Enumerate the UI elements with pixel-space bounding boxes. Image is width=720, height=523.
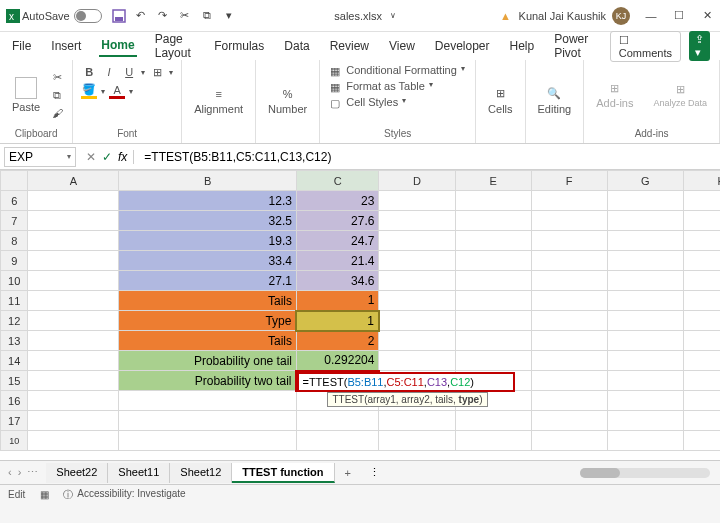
tab-insert[interactable]: Insert [49, 36, 83, 56]
cell[interactable] [683, 291, 720, 311]
maximize-icon[interactable]: ☐ [672, 9, 686, 23]
fill-color-button[interactable]: 🪣 [81, 83, 97, 99]
editing-cell[interactable]: =TTEST(B5:B11,C5:C11,C13,C12) [297, 372, 515, 392]
col-header-H[interactable]: H [683, 171, 720, 191]
cell[interactable] [455, 311, 531, 331]
cell[interactable] [683, 351, 720, 371]
sheet-tab[interactable]: Sheet12 [170, 463, 232, 483]
cell[interactable] [379, 331, 455, 351]
chevron-down-icon[interactable]: ▾ [169, 68, 173, 77]
cell[interactable]: =TTEST(B5:B11,C5:C11,C13,C12)TTEST(array… [296, 371, 378, 391]
cell[interactable] [607, 291, 683, 311]
col-header-D[interactable]: D [379, 171, 455, 191]
cell[interactable] [683, 191, 720, 211]
cell[interactable] [28, 231, 119, 251]
sheet-tab[interactable]: Sheet11 [108, 463, 170, 483]
cell[interactable] [455, 351, 531, 371]
cell[interactable] [531, 211, 607, 231]
cell[interactable] [455, 191, 531, 211]
cell[interactable]: 34.6 [296, 271, 378, 291]
cell[interactable] [607, 191, 683, 211]
cell[interactable]: Tails [119, 291, 297, 311]
cancel-icon[interactable]: ✕ [86, 150, 96, 164]
cell[interactable] [607, 331, 683, 351]
hscrollbar[interactable] [580, 468, 710, 478]
cell[interactable] [531, 191, 607, 211]
cell[interactable] [455, 251, 531, 271]
row-header[interactable]: 15 [1, 371, 28, 391]
cell[interactable] [607, 311, 683, 331]
comments-button[interactable]: ☐ Comments [610, 31, 681, 62]
tab-page-layout[interactable]: Page Layout [153, 29, 197, 63]
cell[interactable] [28, 211, 119, 231]
select-all[interactable] [1, 171, 28, 191]
cell[interactable] [607, 251, 683, 271]
cell[interactable] [531, 231, 607, 251]
cell[interactable]: 0.292204 [296, 351, 378, 371]
analyze-button[interactable]: ⊞Analyze Data [649, 80, 711, 110]
col-header-A[interactable]: A [28, 171, 119, 191]
cell[interactable]: 21.4 [296, 251, 378, 271]
tab-review[interactable]: Review [328, 36, 371, 56]
close-icon[interactable]: ✕ [700, 9, 714, 23]
cell[interactable] [531, 291, 607, 311]
add-sheet-button[interactable]: + [335, 467, 361, 479]
row-header[interactable]: 17 [1, 411, 28, 431]
cell[interactable] [531, 311, 607, 331]
paste-button[interactable]: Paste [8, 75, 44, 115]
copy-icon[interactable]: ⧉ [200, 9, 214, 23]
cell[interactable] [296, 411, 378, 431]
cell[interactable] [531, 251, 607, 271]
tab-view[interactable]: View [387, 36, 417, 56]
cell[interactable] [119, 391, 297, 411]
cell[interactable] [28, 291, 119, 311]
cell[interactable] [379, 411, 455, 431]
cell[interactable] [379, 271, 455, 291]
tab-help[interactable]: Help [508, 36, 537, 56]
number-button[interactable]: % Number [264, 85, 311, 117]
cell[interactable] [607, 411, 683, 431]
cell[interactable] [683, 211, 720, 231]
cell[interactable] [379, 291, 455, 311]
cell[interactable]: Tails [119, 331, 297, 351]
row-header[interactable]: 11 [1, 291, 28, 311]
cell[interactable]: 1 [296, 291, 378, 311]
row-header[interactable]: 14 [1, 351, 28, 371]
cell[interactable] [379, 251, 455, 271]
tab-developer[interactable]: Developer [433, 36, 492, 56]
cell[interactable] [379, 211, 455, 231]
cell[interactable] [455, 331, 531, 351]
row-header[interactable]: 16 [1, 391, 28, 411]
cell[interactable] [531, 391, 607, 411]
bold-button[interactable]: B [81, 64, 97, 80]
cell[interactable]: Probability two tail [119, 371, 297, 391]
cut-icon[interactable]: ✂ [178, 9, 192, 23]
cell[interactable] [683, 411, 720, 431]
cell[interactable] [28, 251, 119, 271]
cell[interactable] [28, 391, 119, 411]
autosave-toggle[interactable]: AutoSave [22, 9, 102, 23]
cell[interactable]: 27.1 [119, 271, 297, 291]
cell[interactable] [455, 231, 531, 251]
sheet-tab[interactable]: Sheet22 [46, 463, 108, 483]
cell[interactable]: 33.4 [119, 251, 297, 271]
cell[interactable] [455, 211, 531, 231]
cell[interactable] [531, 371, 607, 391]
cell[interactable] [607, 211, 683, 231]
cell[interactable] [683, 331, 720, 351]
cell[interactable] [683, 311, 720, 331]
cell[interactable] [28, 311, 119, 331]
sheet-tab[interactable]: TTEST function [232, 463, 334, 483]
cell[interactable]: 19.3 [119, 231, 297, 251]
cell[interactable] [683, 271, 720, 291]
col-header-E[interactable]: E [455, 171, 531, 191]
sheet-more-icon[interactable]: ⋯ [27, 466, 38, 479]
cell[interactable] [607, 351, 683, 371]
cell[interactable] [119, 411, 297, 431]
cell[interactable] [379, 231, 455, 251]
underline-button[interactable]: U [121, 64, 137, 80]
row-header[interactable]: 9 [1, 251, 28, 271]
cell[interactable] [531, 351, 607, 371]
enter-icon[interactable]: ✓ [102, 150, 112, 164]
tab-file[interactable]: File [10, 36, 33, 56]
